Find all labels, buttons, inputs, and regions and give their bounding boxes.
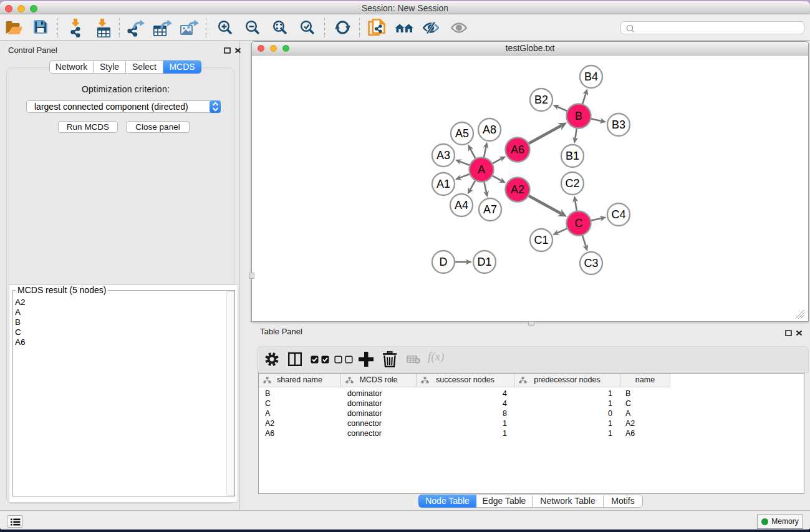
svg-text:A3: A3 <box>436 149 450 162</box>
svg-text:B3: B3 <box>612 118 625 131</box>
svg-text:A7: A7 <box>483 203 497 216</box>
svg-text:A5: A5 <box>455 127 469 140</box>
svg-text:A6: A6 <box>511 143 524 156</box>
svg-text:C: C <box>575 217 583 230</box>
svg-text:B1: B1 <box>566 150 579 162</box>
svg-text:A2: A2 <box>511 183 524 196</box>
svg-text:B: B <box>575 110 582 122</box>
svg-text:C2: C2 <box>565 177 579 190</box>
svg-text:C4: C4 <box>611 208 625 221</box>
svg-text:A1: A1 <box>436 178 450 190</box>
svg-text:B4: B4 <box>584 70 598 83</box>
svg-text:A8: A8 <box>483 123 496 136</box>
svg-text:B2: B2 <box>534 94 548 106</box>
svg-text:A: A <box>478 163 485 176</box>
svg-text:D: D <box>440 256 448 268</box>
svg-text:D1: D1 <box>477 256 491 268</box>
svg-text:C3: C3 <box>584 257 598 269</box>
svg-text:C1: C1 <box>534 234 548 246</box>
svg-text:A4: A4 <box>455 199 468 211</box>
